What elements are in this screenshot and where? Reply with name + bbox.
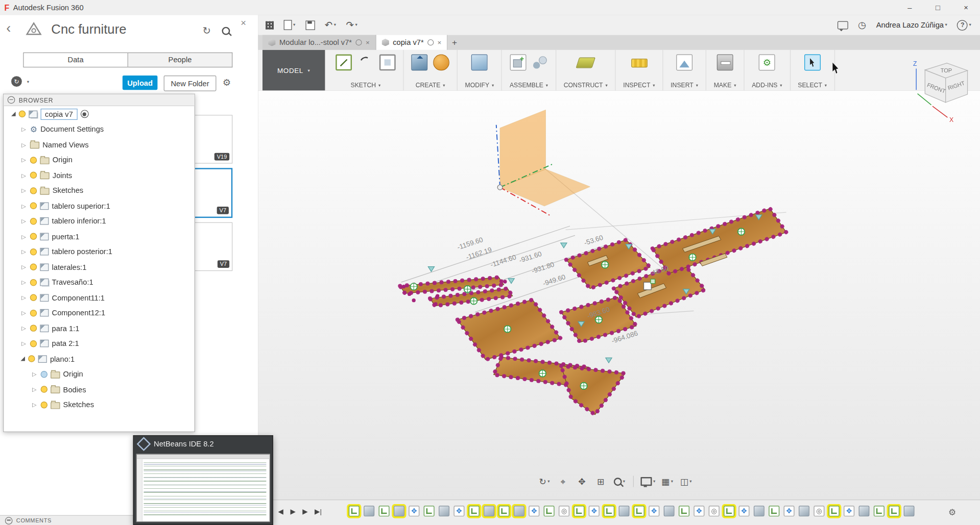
look-at-button[interactable]: ⌖: [555, 474, 571, 488]
sketch-create-icon[interactable]: [336, 54, 352, 70]
ribbon-group-label[interactable]: ASSEMBLE▾: [510, 82, 548, 88]
ribbon-group-label[interactable]: SELECT▾: [798, 82, 827, 88]
model-canvas[interactable]: -1159.60-1162.19-1144.60-931.60-931.80-9…: [258, 90, 980, 499]
timeline-feature-sketch[interactable]: [573, 506, 584, 516]
browser-item[interactable]: ▷Component12:1: [4, 305, 194, 320]
search-icon[interactable]: [222, 27, 230, 35]
timeline-feature-extrude[interactable]: [754, 506, 764, 516]
expand-arrow-icon[interactable]: ▷: [20, 218, 27, 224]
visibility-bulb-icon[interactable]: [30, 233, 37, 240]
timeline-feature-extrude[interactable]: [394, 506, 404, 516]
visibility-bulb-icon[interactable]: [30, 325, 37, 332]
timeline-feature-move[interactable]: [694, 506, 704, 516]
collapse-icon[interactable]: [5, 517, 13, 524]
expand-arrow-icon[interactable]: ▷: [20, 142, 27, 148]
new-tab-button[interactable]: +: [448, 35, 462, 50]
visibility-bulb-icon[interactable]: [30, 264, 37, 270]
visibility-bulb-icon[interactable]: [41, 386, 47, 393]
display-settings-button[interactable]: ▾: [639, 474, 657, 488]
timeline-feature-sketch[interactable]: [379, 506, 390, 516]
browser-item[interactable]: ▷Named Views: [4, 137, 194, 153]
tab-data[interactable]: Data: [23, 53, 128, 67]
sketch-stop-icon[interactable]: [379, 54, 396, 70]
sync-filter-control[interactable]: ↻ ▾: [11, 76, 29, 87]
visibility-bulb-icon[interactable]: [30, 310, 37, 316]
browser-item[interactable]: ▷Travesaño:1: [4, 274, 194, 290]
insert-canvas-icon[interactable]: [676, 54, 692, 70]
expand-arrow-icon[interactable]: ▷: [20, 264, 27, 270]
timeline-feature-extrude[interactable]: [364, 506, 374, 516]
browser-item[interactable]: ▷puerta:1: [4, 229, 194, 244]
visibility-bulb-icon[interactable]: [41, 402, 47, 408]
joint-icon[interactable]: [532, 54, 548, 70]
step-forward-button[interactable]: ▶: [302, 508, 307, 516]
ribbon-group-label[interactable]: MAKE▾: [714, 82, 736, 88]
timeline-feature-sketch[interactable]: [604, 506, 614, 516]
timeline-feature-move[interactable]: [589, 506, 600, 516]
press-pull-icon[interactable]: [471, 54, 488, 70]
expand-arrow-icon[interactable]: ▷: [31, 402, 37, 408]
origin-point[interactable]: [497, 185, 503, 190]
expand-arrow-icon[interactable]: ▷: [20, 248, 27, 255]
maximize-button[interactable]: □: [924, 1, 952, 15]
ribbon-group-label[interactable]: MODIFY▾: [465, 82, 494, 88]
upload-button[interactable]: Upload: [123, 76, 158, 90]
browser-item[interactable]: ▷pata 2:1: [4, 336, 194, 351]
timeline-settings-icon[interactable]: ⚙: [948, 507, 956, 517]
step-back-button[interactable]: ◀: [278, 508, 283, 516]
browser-item[interactable]: ▷Document Settings: [4, 122, 194, 137]
timeline-feature-sketch[interactable]: [829, 506, 840, 516]
browser-item[interactable]: plano:1: [4, 351, 194, 366]
timeline-feature-sketch[interactable]: [499, 506, 510, 516]
timeline-feature-joint[interactable]: [814, 506, 824, 516]
go-end-button[interactable]: ▶|: [315, 508, 322, 516]
browser-item[interactable]: ▷Origin: [4, 366, 194, 382]
timeline-feature-extrude[interactable]: [439, 506, 449, 516]
timeline-feature-joint[interactable]: [559, 506, 569, 516]
timeline-feature-sketch[interactable]: [679, 506, 689, 516]
expand-arrow-icon[interactable]: ▷: [20, 340, 27, 346]
expand-arrow-icon[interactable]: ▷: [20, 279, 27, 285]
form-icon[interactable]: [433, 54, 449, 70]
timeline-feature-sketch[interactable]: [724, 506, 734, 516]
expand-arrow-icon[interactable]: ▷: [31, 386, 37, 392]
orbit-button[interactable]: ↻▾: [536, 474, 553, 488]
timeline-feature-joint[interactable]: [709, 506, 720, 516]
visibility-bulb-icon[interactable]: [28, 356, 35, 362]
timeline-feature-sketch[interactable]: [889, 506, 899, 516]
browser-item[interactable]: ▷Sketches: [4, 397, 194, 412]
new-file-icon[interactable]: [284, 20, 292, 30]
timeline-feature-sketch[interactable]: [874, 506, 885, 516]
timeline-feature-extrude[interactable]: [664, 506, 675, 516]
timeline-feature-move[interactable]: [454, 506, 465, 516]
sketch-arc-icon[interactable]: [357, 54, 374, 70]
browser-item[interactable]: ▷tablero superior:1: [4, 198, 194, 214]
browser-header[interactable]: BROWSER: [4, 94, 194, 106]
browser-item[interactable]: ▷laterales:1: [4, 260, 194, 275]
visibility-bulb-icon[interactable]: [30, 203, 37, 209]
timeline-feature-extrude[interactable]: [859, 506, 870, 516]
ribbon-group-label[interactable]: INSPECT▾: [623, 82, 655, 88]
visibility-bulb-icon[interactable]: [30, 187, 37, 194]
document-tab[interactable]: Modular lo...-stool v7*×: [262, 35, 376, 50]
timeline-feature-move[interactable]: [649, 506, 659, 516]
browser-item[interactable]: ▷tablero posterior:1: [4, 244, 194, 260]
gear-icon[interactable]: ⚙: [223, 77, 231, 88]
timeline-feature-sketch[interactable]: [769, 506, 779, 516]
viewports-button[interactable]: ◫▾: [678, 474, 694, 488]
visibility-bulb-icon[interactable]: [30, 294, 37, 301]
browser-item[interactable]: ▷para 1:1: [4, 320, 194, 336]
browser-item[interactable]: ▷Sketches: [4, 183, 194, 198]
ribbon-group-label[interactable]: ADD-INS▾: [752, 82, 782, 88]
user-menu[interactable]: Andrea Lazo Zúñiga▾: [876, 20, 947, 29]
timeline-feature-sketch[interactable]: [469, 506, 480, 516]
expand-arrow-icon[interactable]: ▷: [20, 157, 27, 163]
netbeans-thumbnail[interactable]: [136, 454, 270, 522]
expand-arrow-icon[interactable]: ▷: [20, 294, 27, 301]
tab-close-icon[interactable]: ×: [366, 39, 370, 46]
timeline-feature-extrude[interactable]: [514, 506, 524, 516]
visibility-bulb-icon[interactable]: [30, 279, 37, 286]
timeline-feature-sketch[interactable]: [424, 506, 435, 516]
expand-arrow-icon[interactable]: ▷: [20, 325, 27, 331]
select-cursor-icon[interactable]: [804, 54, 821, 70]
